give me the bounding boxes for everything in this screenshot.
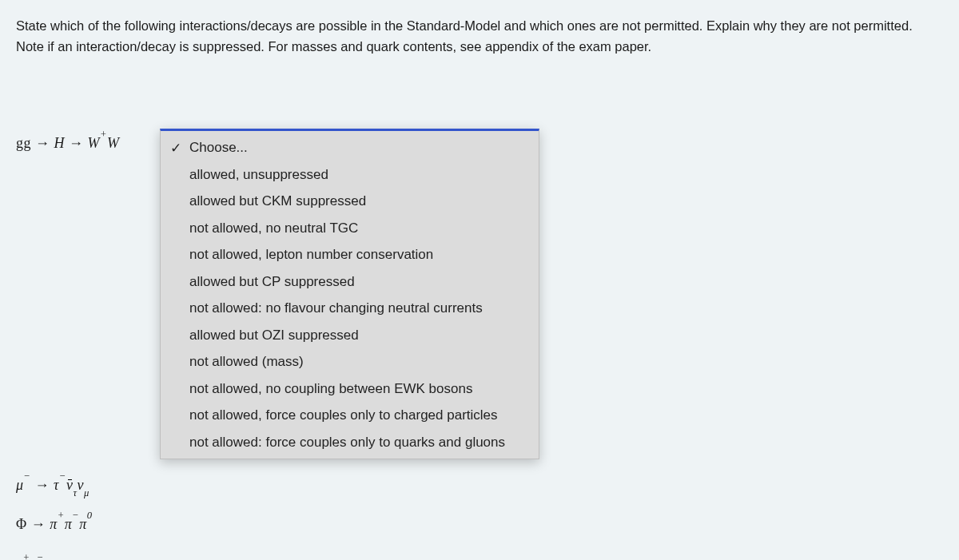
- option-allowed-unsuppressed[interactable]: allowed, unsuppressed: [161, 161, 539, 189]
- check-icon: ✓: [170, 138, 181, 159]
- formula-2: μ−→τ−ντνμ: [16, 475, 160, 497]
- option-ozi-suppressed[interactable]: allowed but OZI suppressed: [161, 322, 539, 349]
- option-no-neutral-tgc[interactable]: not allowed, no neutral TGC: [161, 215, 539, 242]
- option-ewk-bosons[interactable]: not allowed, no coupling between EWK bos…: [161, 375, 539, 403]
- option-choose[interactable]: ✓Choose...: [161, 134, 539, 161]
- question-text: State which of the following interaction…: [16, 16, 943, 57]
- formula-1: gg→H→W+W: [16, 129, 160, 152]
- option-quarks-gluons[interactable]: not allowed: force couples only to quark…: [161, 429, 539, 456]
- option-charged-only[interactable]: not allowed, force couples only to charg…: [161, 402, 539, 429]
- option-mass[interactable]: not allowed (mass): [161, 348, 539, 375]
- formula-4: e+e−→γ→νμνμ: [16, 557, 160, 560]
- formula-3: Φ→π+π−π0: [16, 514, 160, 533]
- option-ckm-suppressed[interactable]: allowed but CKM suppressed: [161, 188, 539, 215]
- answer-select-1-open[interactable]: ✓Choose... allowed, unsuppressed allowed…: [160, 129, 539, 459]
- option-fcnc[interactable]: not allowed: no flavour changing neutral…: [161, 295, 539, 322]
- option-lepton-number[interactable]: not allowed, lepton number conservation: [161, 241, 539, 268]
- option-cp-suppressed[interactable]: allowed but CP suppressed: [161, 268, 539, 296]
